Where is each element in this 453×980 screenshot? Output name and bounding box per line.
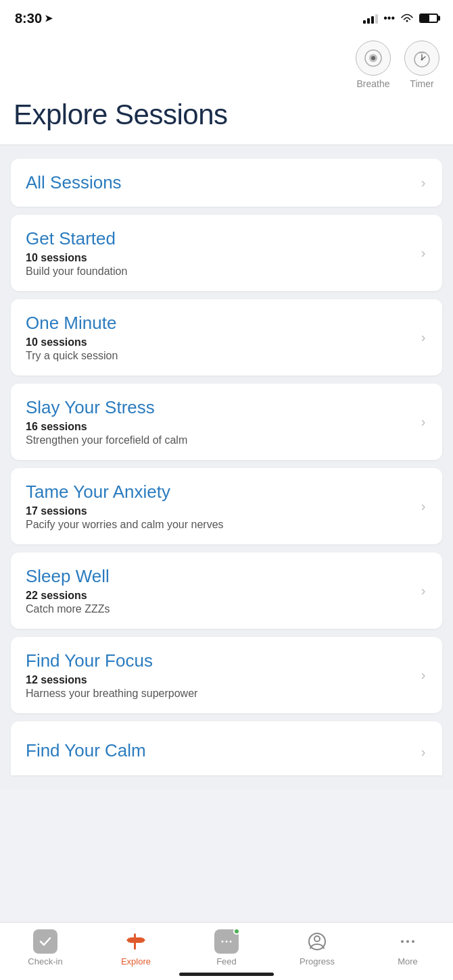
breathe-button[interactable]: Breathe	[356, 41, 391, 89]
svg-point-18	[401, 940, 404, 943]
svg-point-19	[406, 940, 409, 943]
slay-stress-title: Slay Your Stress	[26, 397, 412, 418]
svg-marker-12	[143, 937, 145, 943]
breathe-label: Breathe	[356, 78, 389, 89]
find-calm-card[interactable]: Find Your Calm ›	[11, 721, 442, 775]
tab-feed[interactable]: Feed	[206, 929, 247, 966]
sleep-well-desc: Catch more ZZZs	[26, 603, 412, 615]
get-started-title: Get Started	[26, 228, 412, 249]
get-started-card[interactable]: Get Started 10 sessions Build your found…	[11, 215, 442, 291]
tame-anxiety-desc: Pacify your worries and calm your nerves	[26, 519, 412, 531]
wifi-icon	[400, 14, 414, 23]
battery-icon	[419, 14, 438, 23]
chevron-right-icon: ›	[419, 745, 427, 758]
one-minute-meta: 10 sessions	[26, 336, 412, 349]
explore-icon	[124, 929, 148, 954]
chevron-right-icon: ›	[419, 331, 427, 344]
tab-checkin[interactable]: Check-in	[25, 929, 66, 966]
timer-icon	[411, 47, 433, 69]
feed-icon	[214, 929, 239, 954]
top-icons: Breathe Timer	[14, 34, 439, 95]
more-icon	[396, 929, 420, 954]
slay-stress-card[interactable]: Slay Your Stress 16 sessions Strengthen …	[11, 384, 442, 460]
chevron-right-icon: ›	[419, 669, 427, 682]
sleep-well-content: Sleep Well 22 sessions Catch more ZZZs	[26, 566, 412, 615]
svg-point-17	[314, 936, 320, 942]
get-started-meta: 10 sessions	[26, 252, 412, 264]
chevron-right-icon: ›	[419, 584, 427, 598]
header: Breathe Timer Explore Sessions	[0, 34, 453, 145]
status-bar: 8:30 ➤ •••	[0, 0, 453, 34]
tab-explore[interactable]: Explore	[116, 929, 156, 966]
timer-icon-circle	[404, 41, 439, 76]
svg-point-8	[421, 59, 423, 61]
svg-point-15	[230, 941, 232, 943]
checkin-label: Check-in	[28, 956, 62, 966]
timer-label: Timer	[410, 78, 433, 89]
tame-anxiety-card[interactable]: Tame Your Anxiety 17 sessions Pacify you…	[11, 468, 442, 544]
tame-anxiety-meta: 17 sessions	[26, 505, 412, 517]
one-minute-title: One Minute	[26, 313, 412, 334]
wifi-icon: •••	[383, 12, 395, 24]
slay-stress-content: Slay Your Stress 16 sessions Strengthen …	[26, 397, 412, 446]
all-sessions-content: All Sessions	[26, 172, 412, 193]
chevron-right-icon: ›	[419, 176, 427, 190]
breathe-icon	[362, 47, 384, 69]
tab-more[interactable]: More	[387, 929, 428, 966]
status-icons: •••	[363, 12, 438, 24]
find-focus-desc: Harness your breathing superpower	[26, 688, 412, 700]
find-focus-meta: 12 sessions	[26, 674, 412, 686]
more-label: More	[398, 956, 418, 966]
tame-anxiety-title: Tame Your Anxiety	[26, 482, 412, 502]
get-started-content: Get Started 10 sessions Build your found…	[26, 228, 412, 278]
checkin-icon	[33, 929, 57, 954]
breathe-icon-circle	[356, 41, 391, 76]
progress-label: Progress	[300, 956, 335, 966]
svg-point-14	[226, 941, 228, 943]
get-started-desc: Build your foundation	[26, 265, 412, 278]
sleep-well-meta: 22 sessions	[26, 590, 412, 602]
sessions-list: All Sessions › Get Started 10 sessions B…	[0, 145, 453, 789]
find-calm-content: Find Your Calm	[26, 740, 412, 764]
tame-anxiety-content: Tame Your Anxiety 17 sessions Pacify you…	[26, 482, 412, 531]
svg-rect-10	[134, 933, 136, 950]
slay-stress-meta: 16 sessions	[26, 421, 412, 433]
feed-notification-dot	[233, 928, 240, 935]
sleep-well-title: Sleep Well	[26, 566, 412, 587]
tab-progress[interactable]: Progress	[297, 929, 337, 966]
feed-label: Feed	[216, 956, 237, 966]
one-minute-card[interactable]: One Minute 10 sessions Try a quick sessi…	[11, 299, 442, 376]
page-title: Explore Sessions	[14, 99, 439, 131]
explore-label: Explore	[121, 956, 151, 966]
location-arrow-icon: ➤	[45, 13, 53, 24]
home-indicator	[179, 973, 274, 976]
all-sessions-card[interactable]: All Sessions ›	[11, 159, 442, 207]
chevron-right-icon: ›	[419, 247, 427, 260]
signal-icon	[363, 13, 378, 24]
chevron-right-icon: ›	[419, 415, 427, 429]
timer-button[interactable]: Timer	[404, 41, 439, 89]
one-minute-content: One Minute 10 sessions Try a quick sessi…	[26, 313, 412, 362]
find-focus-title: Find Your Focus	[26, 650, 412, 671]
svg-point-2	[371, 56, 375, 60]
find-focus-content: Find Your Focus 12 sessions Harness your…	[26, 650, 412, 700]
find-focus-card[interactable]: Find Your Focus 12 sessions Harness your…	[11, 637, 442, 713]
status-time: 8:30 ➤	[15, 11, 53, 26]
progress-icon	[305, 929, 329, 954]
all-sessions-title: All Sessions	[26, 172, 412, 193]
slay-stress-desc: Strengthen your forcefield of calm	[26, 434, 412, 446]
find-calm-title: Find Your Calm	[26, 740, 412, 761]
one-minute-desc: Try a quick session	[26, 350, 412, 362]
svg-point-20	[412, 940, 414, 943]
tab-bar: Check-in Explore Feed	[0, 922, 453, 980]
chevron-right-icon: ›	[419, 500, 427, 513]
svg-marker-11	[126, 937, 129, 943]
sleep-well-card[interactable]: Sleep Well 22 sessions Catch more ZZZs ›	[11, 552, 442, 629]
svg-point-13	[222, 941, 224, 943]
